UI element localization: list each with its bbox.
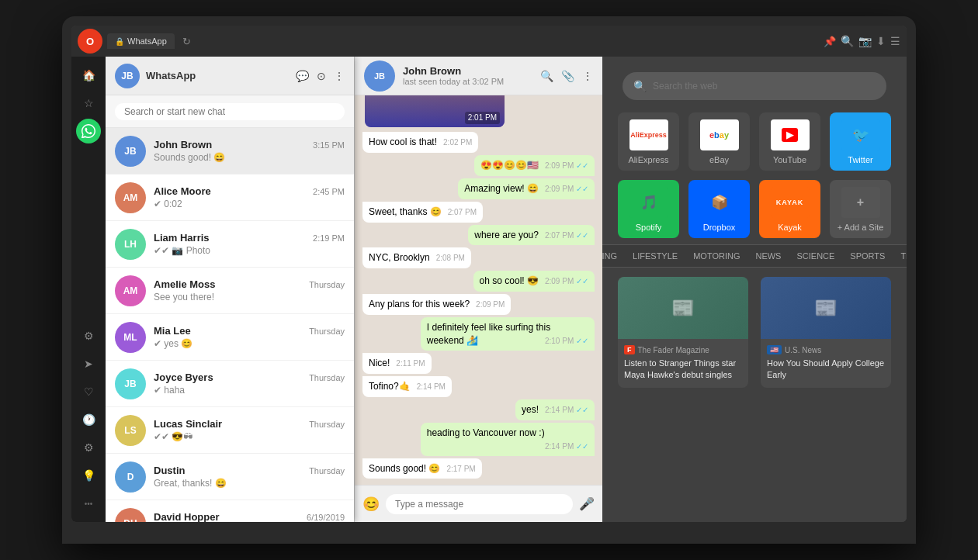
mic-icon[interactable]: 🎤 (579, 496, 595, 511)
wa-message-icon[interactable]: 💬 (296, 70, 309, 82)
wa-search-input[interactable] (115, 103, 345, 120)
sidebar-item-send[interactable]: ➤ (76, 351, 101, 376)
chat-preview: Sounds good! 😄 (154, 152, 345, 163)
speed-dial-spotify[interactable]: 🎵 Spotify (618, 180, 679, 238)
sidebar-item-bulb[interactable]: 💡 (76, 463, 101, 488)
sidebar-item-more[interactable]: ••• (76, 491, 101, 516)
new-tab-page: 🔍 AliExpress AliExpress (602, 57, 907, 522)
chat-image: 🌅 2:01 PM (365, 95, 505, 127)
chat-header-info: John Brown last seen today at 3:02 PM (403, 65, 532, 86)
news-category[interactable]: LIVING (602, 250, 620, 262)
news-cards: 📰 F The Fader Magazine Listen to Strange… (602, 268, 907, 397)
chat-name: Mia Lee (154, 325, 191, 337)
message-time: 2:14 PM ✓✓ (545, 441, 588, 452)
chat-message: 😍😍😊😊🇺🇸2:09 PM ✓✓ (474, 155, 595, 176)
message-text: where are you? (474, 230, 539, 240)
sidebar-item-home[interactable]: 🏠 (76, 63, 101, 88)
news-category[interactable]: SCIENCE (793, 250, 838, 262)
chat-attach-icon[interactable]: 📎 (561, 70, 574, 82)
chat-input-bar: 😊 🎤 (355, 485, 602, 522)
news-title: Listen to Stranger Things star Maya Hawk… (624, 358, 742, 382)
chat-list-item[interactable]: JB Joyce Byers Thursday ✔ haha (106, 361, 354, 407)
chat-list-item[interactable]: LH Liam Harris 2:19 PM ✔✔ 📷 Photo (106, 221, 354, 268)
chat-list-item[interactable]: AM Amelie Moss Thursday See you there! (106, 268, 354, 314)
chat-search-icon[interactable]: 🔍 (540, 70, 553, 82)
chat-avatar: LS (115, 415, 146, 446)
chat-message: Tofino?🤙2:14 PM (362, 376, 452, 397)
wa-status-icon[interactable]: ⊙ (317, 70, 326, 82)
news-card[interactable]: 📰 F The Fader Magazine Listen to Strange… (618, 277, 748, 388)
sidebar-item-heart[interactable]: ♡ (76, 379, 101, 404)
chat-avatar: LH (115, 229, 146, 260)
news-card-image: 📰 (761, 277, 891, 339)
chat-info: Lucas Sinclair Thursday ✔✔ 😎🕶 (154, 418, 345, 442)
speed-dial-add[interactable]: + + Add a Site (830, 180, 891, 238)
chat-window: JB John Brown last seen today at 3:02 PM… (354, 57, 602, 522)
news-card-body: 🇺🇸 U.S. News How You Should Apply Colleg… (761, 339, 891, 388)
news-card-body: F The Fader Magazine Listen to Stranger … (618, 339, 748, 388)
chat-avatar: DH (115, 508, 146, 523)
opera-logo[interactable]: O (78, 29, 102, 54)
wa-header-icons: 💬 ⊙ ⋮ (296, 70, 345, 82)
chat-time: 3:15 PM (313, 140, 345, 150)
camera-icon[interactable]: 📷 (858, 35, 872, 47)
sidebar-item-whatsapp[interactable] (76, 119, 101, 143)
speed-dial-kayak[interactable]: KAYAK Kayak (759, 180, 820, 238)
news-category[interactable]: TECHNOLOGY (897, 250, 907, 262)
message-time: 2:09 PM ✓✓ (545, 276, 588, 287)
sidebar-item-history[interactable]: 🕐 (76, 407, 101, 432)
laptop-outer: O 🔒 WhatsApp ↻ 📌 🔍 📷 ⬇ ☰ 🏠 (62, 16, 916, 544)
speed-dial-ebay[interactable]: ebay eBay (688, 112, 750, 171)
message-text: I definitely feel like surfing this week… (427, 322, 550, 346)
chat-list-item[interactable]: LS Lucas Sinclair Thursday ✔✔ 😎🕶 (106, 407, 354, 454)
speed-dial-youtube[interactable]: ▶ YouTube (759, 112, 820, 171)
news-card[interactable]: 📰 🇺🇸 U.S. News How You Should Apply Coll… (761, 277, 891, 388)
message-time: 2:11 PM (396, 358, 425, 369)
chat-info: Mia Lee Thursday ✔ yes 😊 (154, 325, 345, 349)
message-time: 2:07 PM ✓✓ (545, 230, 588, 241)
menu-icon[interactable]: ☰ (890, 35, 900, 47)
search-input[interactable] (653, 81, 876, 92)
chat-list-item[interactable]: JB John Brown 3:15 PM Sounds good! 😄 (106, 128, 354, 175)
chat-menu-icon[interactable]: ⋮ (582, 70, 593, 82)
speed-dials-row2: 🎵 Spotify 📦 Dropbox (602, 180, 907, 238)
chat-name: Amelie Moss (154, 278, 215, 290)
browser-chrome: O 🔒 WhatsApp ↻ 📌 🔍 📷 ⬇ ☰ 🏠 (71, 26, 907, 522)
browser-content: 🏠 ☆ ⚙ ➤ ♡ 🕐 ⚙ 💡 ••• (71, 57, 907, 522)
chat-list-item[interactable]: ML Mia Lee Thursday ✔ yes 😊 (106, 314, 354, 361)
reload-icon[interactable]: ↻ (182, 36, 191, 47)
news-category[interactable]: LIFESTYLE (629, 250, 681, 262)
chat-list-item[interactable]: AM Alice Moore 2:45 PM ✔ 0:02 (106, 175, 354, 221)
download-icon[interactable]: ⬇ (876, 35, 886, 47)
sidebar-item-settings[interactable]: ⚙ (76, 323, 101, 348)
chat-message: oh so cool! 😎2:09 PM ✓✓ (473, 271, 595, 292)
search-icon-top[interactable]: 🔍 (841, 35, 854, 47)
chat-info: Joyce Byers Thursday ✔ haha (154, 372, 345, 396)
speed-dial-twitter[interactable]: 🐦 Twitter (830, 112, 891, 171)
chat-preview: See you there! (154, 292, 345, 302)
chat-name: David Hopper (154, 511, 220, 522)
chat-list-item[interactable]: D Dustin Thursday Great, thanks! 😄 (106, 454, 354, 500)
message-time: 2:14 PM (417, 382, 446, 392)
tab-whatsapp[interactable]: 🔒 WhatsApp (107, 33, 175, 49)
news-category[interactable]: MOTORING (690, 250, 743, 262)
chat-avatar: D (115, 461, 146, 493)
message-time: 2:02 PM (443, 137, 472, 148)
chat-info: Liam Harris 2:19 PM ✔✔ 📷 Photo (154, 232, 345, 256)
pin-icon[interactable]: 📌 (824, 36, 836, 47)
wa-menu-icon[interactable]: ⋮ (334, 70, 345, 82)
chat-message: Amazing view! 😄2:09 PM ✓✓ (458, 178, 595, 199)
chat-info: Dustin Thursday Great, thanks! 😄 (154, 465, 345, 489)
chat-contact-name: John Brown (403, 65, 532, 77)
speed-dial-aliexpress[interactable]: AliExpress AliExpress (618, 112, 679, 171)
sidebar-item-bookmarks[interactable]: ☆ (76, 91, 101, 116)
chat-input[interactable] (386, 494, 573, 514)
sidebar-item-settings2[interactable]: ⚙ (76, 435, 101, 460)
chat-list-item[interactable]: DH David Hopper 6/19/2019 📞 Missed voice… (106, 500, 354, 522)
message-time: 2:09 PM ✓✓ (545, 184, 588, 195)
chat-message: I definitely feel like surfing this week… (421, 317, 595, 351)
news-category[interactable]: SPORTS (847, 250, 888, 262)
news-category[interactable]: NEWS (752, 250, 784, 262)
emoji-icon[interactable]: 😊 (362, 496, 380, 513)
speed-dial-dropbox[interactable]: 📦 Dropbox (688, 180, 750, 238)
